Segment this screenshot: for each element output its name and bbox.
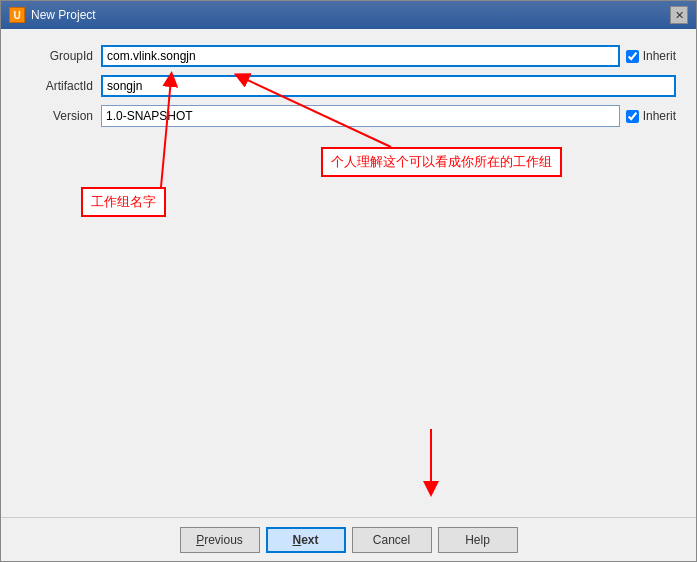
version-inherit-label: Inherit (643, 109, 676, 123)
version-input[interactable] (101, 105, 620, 127)
close-button[interactable]: ✕ (670, 6, 688, 24)
groupid-label: GroupId (21, 49, 101, 63)
groupid-row: GroupId Inherit (21, 45, 676, 67)
groupid-input[interactable] (101, 45, 620, 67)
footer: Previous Next Cancel Help (1, 517, 696, 561)
arrows-overlay (1, 29, 696, 517)
next-button[interactable]: Next (266, 527, 346, 553)
artifactid-label: ArtifactId (21, 79, 101, 93)
window-title: New Project (31, 8, 96, 22)
version-inherit-row: Inherit (626, 109, 676, 123)
new-project-window: U New Project ✕ GroupId Inherit Artifact… (0, 0, 697, 562)
annotation-box-workgroup: 工作组名字 (81, 187, 166, 217)
groupid-inherit-checkbox[interactable] (626, 50, 639, 63)
app-icon: U (9, 7, 25, 23)
groupid-inherit-label: Inherit (643, 49, 676, 63)
artifactid-row: ArtifactId (21, 75, 676, 97)
annotation-box-description: 个人理解这个可以看成你所在的工作组 (321, 147, 562, 177)
version-inherit-checkbox[interactable] (626, 110, 639, 123)
form-content: GroupId Inherit ArtifactId Version Inher… (1, 29, 696, 517)
groupid-inherit-row: Inherit (626, 49, 676, 63)
cancel-button[interactable]: Cancel (352, 527, 432, 553)
version-row: Version Inherit (21, 105, 676, 127)
help-button[interactable]: Help (438, 527, 518, 553)
version-label: Version (21, 109, 101, 123)
cancel-label: Cancel (373, 533, 410, 547)
artifactid-input[interactable] (101, 75, 676, 97)
help-label: Help (465, 533, 490, 547)
previous-button[interactable]: Previous (180, 527, 260, 553)
title-bar-left: U New Project (9, 7, 96, 23)
title-bar: U New Project ✕ (1, 1, 696, 29)
